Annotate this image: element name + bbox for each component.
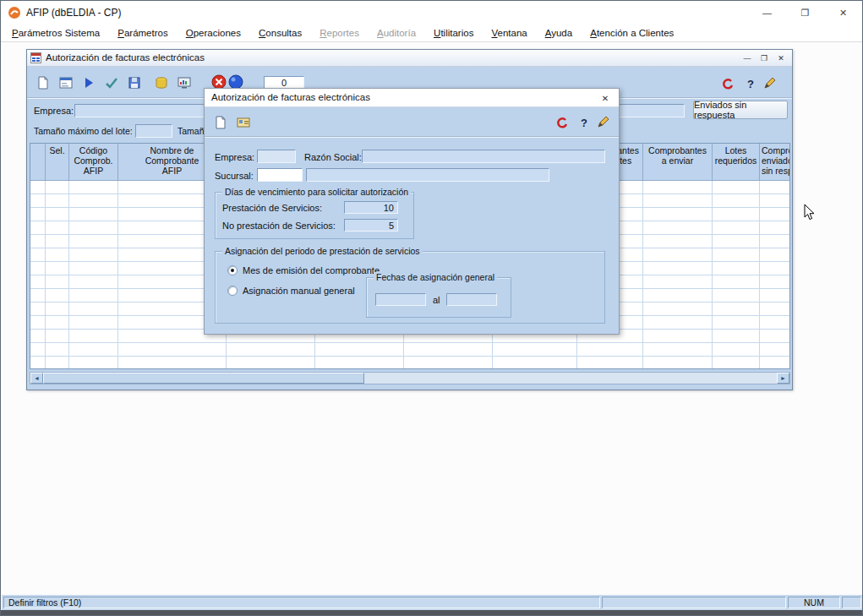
num-lock-indicator: NUM <box>788 597 840 608</box>
fecha-al-label: al <box>433 295 440 305</box>
tamano-maximo-label: Tamaño máximo del lote: <box>34 126 133 136</box>
form-properties-icon <box>59 76 73 90</box>
table-row[interactable] <box>30 357 789 369</box>
vencimiento-group-title: Días de vencimiento para solicitar autor… <box>222 187 411 197</box>
menu-parametros-sistema[interactable]: Parámetros Sistema <box>4 25 107 41</box>
horizontal-scrollbar[interactable]: ◄ ► <box>30 372 790 384</box>
monitor-button[interactable] <box>173 72 195 94</box>
run-icon <box>82 76 96 90</box>
menu-parametros[interactable]: Parámetros <box>110 25 175 41</box>
dialog-toolbar-separator <box>205 136 619 138</box>
app-icon <box>8 6 21 19</box>
save-button[interactable] <box>123 72 145 94</box>
menu-ventana[interactable]: Ventana <box>483 25 534 41</box>
razon-social-input[interactable] <box>362 150 605 163</box>
window-title: AFIP (dbELDIA - CP) <box>26 7 121 19</box>
new-button[interactable] <box>32 72 54 94</box>
fecha-hasta-input[interactable] <box>446 293 497 306</box>
asignacion-group: Asignación del periodo de prestación de … <box>215 251 605 324</box>
table-row[interactable] <box>30 343 789 357</box>
dialog-autorizacion: Autorización de facturas electrónicas ✕ … <box>204 88 620 335</box>
new-document-icon <box>214 116 227 129</box>
column-header[interactable] <box>30 144 46 181</box>
status-panel-middle <box>602 597 786 608</box>
dialog-exit-button[interactable] <box>553 114 571 131</box>
monitor-chart-icon <box>178 76 191 90</box>
scroll-left-button[interactable]: ◄ <box>30 373 43 384</box>
empresa-label: Empresa: <box>34 106 74 116</box>
scroll-right-button[interactable]: ► <box>777 373 789 384</box>
fecha-desde-input[interactable] <box>375 293 426 306</box>
dialog-card-button[interactable] <box>232 112 254 134</box>
confirm-button[interactable] <box>101 72 123 94</box>
menu-atencion-clientes[interactable]: Atención a Clientes <box>582 25 681 41</box>
sucursal-label: Sucursal: <box>215 171 254 181</box>
radio-mes-emision[interactable] <box>227 265 238 275</box>
database-icon <box>155 76 168 90</box>
run-button[interactable] <box>78 72 100 94</box>
radio-asignacion-manual[interactable] <box>227 286 238 296</box>
child-titlebar[interactable]: Autorización de facturas electrónicas — … <box>27 50 792 67</box>
no-prestacion-input[interactable]: 5 <box>344 219 398 232</box>
window-bottom-edge <box>1 610 863 616</box>
dialog-titlebar[interactable]: Autorización de facturas electrónicas ✕ <box>205 89 619 107</box>
child-close-button[interactable]: ✕ <box>773 50 789 67</box>
column-header[interactable]: Sel. <box>46 144 69 181</box>
checkmark-icon <box>105 76 118 90</box>
close-button[interactable]: ✕ <box>824 1 862 25</box>
pen-icon <box>763 76 777 90</box>
child-restore-button[interactable]: ❐ <box>756 50 773 67</box>
prestacion-input[interactable]: 10 <box>344 201 398 214</box>
child-window-icon <box>30 52 41 63</box>
fechas-group: Fechas de asignación general al <box>366 277 511 318</box>
exit-icon <box>555 116 569 129</box>
sucursal-code-input[interactable] <box>257 168 303 182</box>
child-minimize-button[interactable]: — <box>739 50 756 67</box>
column-header[interactable]: Código Comprob. AFIP <box>69 144 118 181</box>
window-titlebar: AFIP (dbELDIA - CP) — ❐ ✕ <box>1 1 863 25</box>
column-header[interactable]: Lotes requeridos <box>713 144 760 181</box>
card-icon <box>237 116 250 129</box>
menu-ayuda[interactable]: Ayuda <box>538 25 580 41</box>
child-window-title: Autorización de facturas electrónicas <box>46 52 205 63</box>
shortcut-pen-button[interactable] <box>761 74 779 91</box>
save-icon <box>128 76 141 90</box>
database-button[interactable] <box>150 72 172 94</box>
maximize-button[interactable]: ❐ <box>786 1 824 25</box>
properties-button[interactable] <box>55 72 77 94</box>
sucursal-name-input[interactable] <box>306 168 549 182</box>
menu-consultas[interactable]: Consultas <box>251 25 309 41</box>
asignacion-group-title: Asignación del periodo de prestación de … <box>222 246 423 256</box>
no-prestacion-label: No prestación de Servicios: <box>222 221 336 231</box>
radio-asignacion-manual-label[interactable]: Asignación manual general <box>243 286 355 296</box>
menu-operaciones[interactable]: Operaciones <box>178 25 249 41</box>
pen-icon <box>597 115 610 128</box>
exit-button[interactable] <box>718 75 737 92</box>
enviados-sin-respuesta-button[interactable]: Enviados sin respuesta <box>693 101 788 119</box>
dialog-title: Autorización de facturas electrónicas <box>211 92 370 102</box>
scrollbar-thumb[interactable] <box>43 373 364 384</box>
minimize-button[interactable]: — <box>748 1 786 25</box>
menu-auditoria: Auditoría <box>369 25 423 41</box>
fechas-group-title: Fechas de asignación general <box>374 272 497 282</box>
tamano-maximo-input[interactable] <box>135 124 172 138</box>
dialog-shortcut-pen-button[interactable] <box>594 113 613 130</box>
status-bar: Definir filtros (F10) NUM <box>2 595 863 610</box>
exit-icon <box>721 77 735 90</box>
dialog-new-button[interactable] <box>210 112 232 134</box>
dialog-help-button[interactable]: ? <box>575 114 593 131</box>
new-document-icon <box>36 76 50 90</box>
menu-utilitarios[interactable]: Utilitarios <box>426 25 481 41</box>
dialog-empresa-label: Empresa: <box>215 152 254 162</box>
help-button[interactable]: ? <box>741 75 760 92</box>
radio-mes-emision-label[interactable]: Mes de emisión del comprobante <box>243 265 380 275</box>
prestacion-label: Prestación de Servicios: <box>222 203 322 213</box>
column-header[interactable]: Comprobantes a enviar <box>643 144 713 181</box>
status-message: Definir filtros (F10) <box>3 597 600 608</box>
dialog-empresa-input[interactable] <box>257 150 296 163</box>
razon-social-label: Razón Social: <box>304 152 362 162</box>
dialog-close-button[interactable]: ✕ <box>593 90 617 106</box>
vencimiento-group: Días de vencimiento para solicitar autor… <box>215 192 414 239</box>
column-header[interactable]: Comprobantes enviados sin respuesta <box>760 144 790 181</box>
mouse-cursor <box>804 204 815 221</box>
